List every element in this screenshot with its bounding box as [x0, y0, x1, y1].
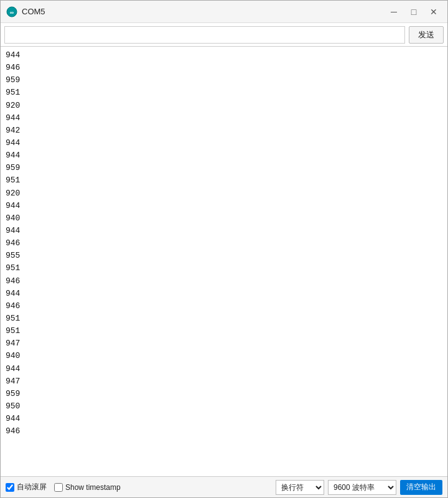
minimize-button[interactable]: ─	[385, 4, 403, 19]
serial-output[interactable]: 9449469599519209449429449449599519209449…	[1, 47, 447, 476]
output-line: 920	[6, 100, 442, 112]
main-window: ∞ COM5 ─ □ ✕ 发送 944946959951920944942944…	[0, 0, 448, 498]
output-line: 944	[6, 413, 442, 425]
timestamp-input[interactable]	[54, 483, 63, 492]
baud-rate-select[interactable]: 300 波特率 1200 波特率 2400 波特率 4800 波特率 9600 …	[328, 480, 396, 495]
output-line: 944	[6, 225, 442, 237]
output-line: 951	[6, 174, 442, 187]
output-line: 944	[6, 137, 442, 149]
output-line: 946	[6, 425, 442, 438]
timestamp-label: Show timestamp	[65, 483, 121, 492]
status-left: 自动滚屏 Show timestamp	[6, 482, 269, 492]
send-toolbar: 发送	[1, 23, 447, 47]
timestamp-checkbox[interactable]: Show timestamp	[54, 483, 121, 492]
output-line: 920	[6, 187, 442, 200]
autoscroll-label: 自动滚屏	[17, 482, 47, 492]
app-icon: ∞	[6, 6, 18, 18]
output-line: 951	[6, 262, 442, 275]
output-line: 942	[6, 125, 442, 137]
output-line: 944	[6, 112, 442, 125]
output-line: 944	[6, 363, 442, 375]
output-line: 951	[6, 312, 442, 325]
output-line: 944	[6, 200, 442, 212]
output-line: 959	[6, 162, 442, 174]
status-right: 换行符 无行尾 NL CR NL & CR 300 波特率 1200 波特率 2…	[276, 480, 442, 495]
title-bar: ∞ COM5 ─ □ ✕	[1, 1, 447, 23]
maximize-button[interactable]: □	[405, 4, 422, 19]
newline-select[interactable]: 换行符 无行尾 NL CR NL & CR	[276, 480, 324, 495]
output-line: 946	[6, 62, 442, 74]
window-controls: ─ □ ✕	[385, 4, 442, 19]
clear-button[interactable]: 清空输出	[400, 480, 442, 495]
output-line: 951	[6, 325, 442, 337]
output-line: 955	[6, 250, 442, 262]
output-line: 946	[6, 300, 442, 312]
output-line: 946	[6, 275, 442, 288]
output-line: 944	[6, 288, 442, 300]
window-title: COM5	[22, 7, 385, 16]
output-line: 951	[6, 87, 442, 99]
close-button[interactable]: ✕	[425, 4, 442, 19]
output-line: 959	[6, 388, 442, 400]
output-line: 940	[6, 212, 442, 225]
autoscroll-input[interactable]	[6, 483, 14, 492]
svg-text:∞: ∞	[10, 9, 14, 16]
output-line: 944	[6, 149, 442, 162]
autoscroll-checkbox[interactable]: 自动滚屏	[6, 482, 47, 492]
output-line: 950	[6, 400, 442, 413]
output-line: 947	[6, 375, 442, 388]
output-line: 944	[6, 49, 442, 62]
output-line: 947	[6, 337, 442, 350]
send-input[interactable]	[4, 26, 405, 44]
output-line: 959	[6, 74, 442, 87]
output-line: 946	[6, 237, 442, 250]
output-line: 940	[6, 350, 442, 362]
send-button[interactable]: 发送	[409, 26, 444, 44]
status-bar: 自动滚屏 Show timestamp 换行符 无行尾 NL CR NL & C…	[1, 476, 447, 497]
